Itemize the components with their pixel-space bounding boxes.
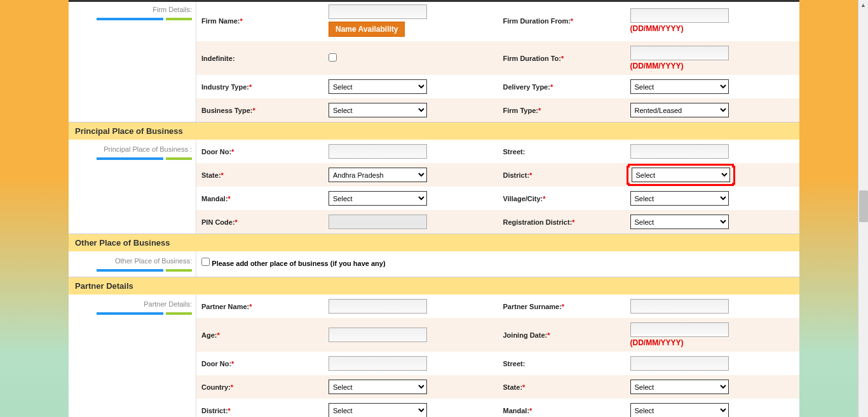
age-input[interactable] [329,328,427,342]
industry-type-select[interactable]: Select [329,79,427,94]
partner-district-select[interactable]: Select [329,403,427,417]
scroll-up-arrow-icon[interactable]: ▲ [858,0,868,10]
partner-country-label: Country:* [201,383,329,391]
form-row: Firm Name:* Name Availability Firm Durat… [196,0,799,41]
business-type-group: Business Type:* Select [196,100,498,120]
date-format-hint: (DD/MM/YYYY) [630,24,795,33]
partner-door-no-input[interactable] [329,356,427,371]
underline-decoration [97,312,192,315]
business-type-label: Business Type:* [201,107,329,114]
partner-state-group: State:* Select [498,377,800,397]
district-select[interactable]: Select [632,168,730,182]
village-city-group: Village/City:* Select [498,189,800,208]
form-row: Business Type:* Select Firm Type:* Rente… [196,98,799,122]
firm-details-block: Firm Details: Firm Name:* Name Availabil… [69,0,799,122]
joining-date-label: Joining Date:* [503,331,630,339]
firm-type-label: Firm Type:* [503,107,630,114]
delivery-type-group: Delivery Type:* Select [498,77,800,96]
mandal-label: Mandal:* [201,195,329,202]
door-no-label: Door No:* [201,148,329,156]
partner-country-group: Country:* Select [196,377,498,397]
partner-street-label: Street: [503,360,630,367]
street-input[interactable] [630,144,729,159]
partner-mandal-select[interactable]: Select [630,403,729,417]
partner-mandal-label: Mandal:* [503,407,630,414]
firm-name-input[interactable] [329,4,427,19]
firm-details-side-text: Firm Details: [153,6,192,13]
firm-duration-from-input[interactable] [630,8,729,23]
pin-code-label: PIN Code:* [201,218,329,226]
delivery-type-label: Delivery Type:* [503,83,630,91]
firm-duration-to-label: Firm Duration To:* [503,55,630,62]
firm-name-group: Firm Name:* Name Availability [196,2,498,39]
district-label: District:* [503,171,630,179]
joining-date-input[interactable] [630,322,729,337]
principal-place-side-label: Principal Place of Business : [69,140,196,234]
firm-duration-from-group: Firm Duration From:* (DD/MM/YYYY) [498,2,800,39]
partner-details-header: Partner Details [69,277,799,295]
firm-details-form: Firm Name:* Name Availability Firm Durat… [196,0,799,122]
business-type-select[interactable]: Select [329,103,427,117]
scroll-thumb[interactable] [859,190,868,222]
mandal-select[interactable]: Select [329,191,427,206]
registration-district-select[interactable]: Select [630,215,729,229]
partner-country-select[interactable]: Select [329,380,427,394]
partner-details-side-label: Partner Details: [69,295,196,417]
name-availability-button[interactable]: Name Availability [329,22,405,37]
principal-place-block: Principal Place of Business : Door No:* … [69,140,799,234]
partner-surname-group: Partner Surname:* [498,296,800,316]
indefinite-label: Indefinite: [201,55,329,62]
mandal-group: Mandal:* Select [196,189,498,208]
partner-door-no-label: Door No:* [201,360,329,367]
industry-type-group: Industry Type:* Select [196,77,498,96]
firm-duration-to-input[interactable] [630,46,729,60]
underline-decoration [97,18,192,20]
form-row: Door No:* Street: [196,352,799,375]
other-business-checkbox[interactable] [201,258,210,266]
door-no-input[interactable] [329,144,427,159]
district-highlight-box: Select [630,169,731,181]
partner-surname-label: Partner Surname:* [503,303,630,310]
partner-name-label: Partner Name:* [201,303,329,310]
village-city-select[interactable]: Select [630,191,729,206]
district-group: District:* Select [498,165,800,185]
firm-details-side-label: Firm Details: [69,0,196,122]
principal-place-header: Principal Place of Business [69,122,799,140]
other-business-row: Please add other place of business (if y… [196,251,799,274]
door-no-group: Door No:* [196,142,498,161]
partner-details-side-text: Partner Details: [144,300,192,308]
firm-name-label: Firm Name:* [201,17,329,25]
other-place-header: Other Place of Business [69,234,799,251]
partner-mandal-group: Mandal:* Select [498,400,800,417]
form-row: PIN Code:* Registration District:* Selec… [196,210,799,234]
form-row: Door No:* Street: [196,140,799,163]
other-place-block: Other Place of Business: Please add othe… [69,251,799,277]
pin-code-input[interactable] [329,215,427,229]
partner-details-form: Partner Name:* Partner Surname:* Age:* J… [196,295,799,417]
delivery-type-select[interactable]: Select [630,79,729,94]
principal-place-side-text: Principal Place of Business : [104,145,192,153]
underline-decoration [97,269,192,272]
firm-type-select[interactable]: Rented/Leased [630,103,729,117]
firm-name-control: Name Availability [329,4,493,37]
partner-district-label: District:* [201,407,329,414]
other-business-label: Please add other place of business (if y… [212,260,385,267]
age-label: Age:* [201,331,329,339]
firm-duration-from-control: (DD/MM/YYYY) [630,8,795,33]
industry-type-label: Industry Type:* [201,83,329,91]
firm-duration-to-control: (DD/MM/YYYY) [630,46,795,70]
form-row: Industry Type:* Select Delivery Type:* S… [196,75,799,98]
partner-name-input[interactable] [329,299,427,314]
street-group: Street: [498,142,800,161]
form-row: District:* Select Mandal:* Select [196,399,799,417]
indefinite-group: Indefinite: [196,43,498,73]
date-format-hint: (DD/MM/YYYY) [630,62,795,70]
state-select[interactable]: Andhra Pradesh [329,168,427,182]
partner-street-input[interactable] [630,356,729,371]
business-type-control: Select [329,103,493,117]
scrollbar-track[interactable]: ▲ [858,0,868,417]
partner-surname-input[interactable] [630,299,729,314]
indefinite-checkbox[interactable] [329,53,337,62]
firm-type-control: Rented/Leased [630,103,795,117]
partner-state-select[interactable]: Select [630,380,729,394]
